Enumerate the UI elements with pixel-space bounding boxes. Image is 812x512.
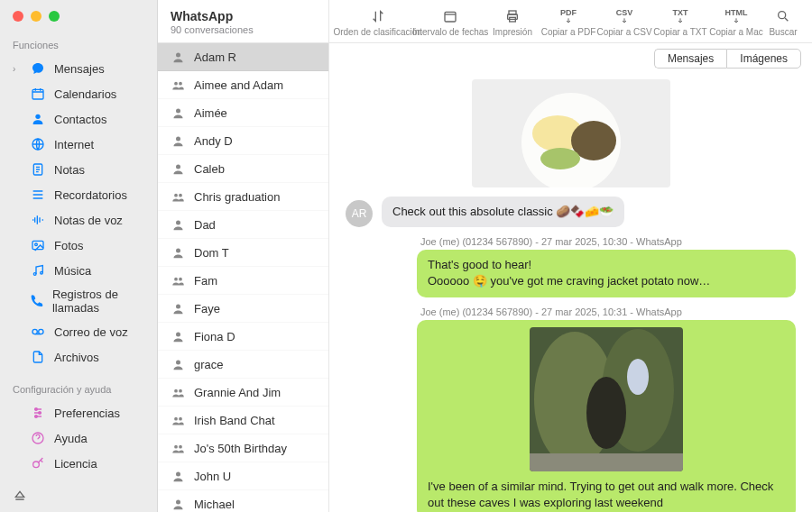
contacts-icon [30,111,46,127]
sidebar-item-contacts[interactable]: Contactos [0,106,157,132]
sidebar-item-label: Fotos [54,239,84,252]
svg-rect-57 [530,453,683,471]
sidebar-item-label: Notas [54,163,85,177]
eject-button[interactable] [0,480,157,512]
txt-icon: TXT [673,7,688,25]
copy-csv-button[interactable]: CSV Copiar a CSV [597,5,651,39]
group-icon [171,385,185,399]
calendar-range-icon [443,7,457,25]
files-icon [30,349,46,365]
conversation-item[interactable]: Jo's 50th Birthday [158,434,328,462]
chat-message-row: Joe (me) (01234 567890) - 27 mar 2025, 1… [346,306,796,512]
svg-point-36 [176,471,180,476]
sidebar-item-call-logs[interactable]: Registros de llamadas [0,283,157,319]
conversation-name: Michael [194,498,235,511]
sort-button[interactable]: Orden de clasificación [340,5,415,39]
conversation-item[interactable]: Caleb [158,155,328,183]
svg-point-5 [35,243,38,246]
copy-pdf-button[interactable]: PDF Copiar a PDF [541,5,595,39]
sidebar-item-voicemail[interactable]: Correo de voz [0,319,157,344]
chat-bubble-text: I've been of a similar mind. Trying to g… [428,480,773,509]
svg-point-55 [586,377,626,449]
conversation-item[interactable]: Aimée [158,99,328,127]
svg-point-8 [32,329,37,334]
html-icon: HTML [725,7,748,25]
sidebar-item-notes[interactable]: Notas [0,157,157,182]
window-controls [0,0,157,36]
conversation-item[interactable]: Dom T [158,239,328,267]
conversation-name: Dad [194,218,216,232]
conversation-name: Andy D [194,134,233,148]
music-icon [30,262,46,279]
svg-point-26 [179,277,182,280]
search-button[interactable]: Buscar [765,5,801,39]
date-range-button[interactable]: Intervalo de fechas [417,5,484,39]
svg-rect-0 [32,89,43,99]
conversation-name: Fiona D [194,330,235,343]
conversation-name: Caleb [194,162,225,176]
conversation-item[interactable]: grace [158,351,328,379]
chat-bubble: Check out this absolute classic 🥔🍫🧀🥗 [382,197,624,227]
conversation-item[interactable]: Grannie And Jim [158,379,328,407]
maximize-window-button[interactable] [49,11,60,22]
sidebar-item-messages[interactable]: › Mensajes [0,56,157,81]
tab-messages[interactable]: Mensajes [654,49,726,69]
close-window-button[interactable] [13,11,23,22]
chat-bubble: I've been of a similar mind. Trying to g… [417,320,796,512]
conversation-column: WhatsApp 90 conversaciones Adam RAimee a… [158,0,329,512]
conversation-item[interactable]: John U [158,462,328,490]
sidebar-item-internet[interactable]: Internet [0,132,157,157]
sidebar-item-label: Preferencias [54,407,120,420]
calendar-icon [30,86,46,102]
csv-icon: CSV [616,7,633,25]
sidebar-item-help[interactable]: Ayuda [0,425,157,451]
sidebar-item-files[interactable]: Archivos [0,344,157,370]
conversation-list[interactable]: Adam RAimee and AdamAiméeAndy DCalebChri… [158,43,328,512]
globe-icon [30,136,46,152]
conversation-item[interactable]: Fiona D [158,323,328,351]
sidebar-item-calendars[interactable]: Calendarios [0,81,157,106]
svg-point-6 [33,273,36,276]
svg-point-23 [176,220,180,224]
sidebar-item-preferences[interactable]: Preferencias [0,400,157,425]
sidebar-item-voice-notes[interactable]: Notas de voz [0,207,157,233]
conversation-name: Dom T [194,246,229,260]
sidebar-item-license[interactable]: Licencia [0,451,157,476]
copy-txt-label: Copiar a TXT [653,27,706,37]
sidebar-item-label: Mensajes [54,62,105,76]
person-icon [171,497,185,511]
copy-html-button[interactable]: HTML Copiar a Mac [709,5,763,39]
chat-image[interactable] [428,327,785,471]
conversation-name: Chris graduation [194,190,280,204]
sidebar-item-reminders[interactable]: Recordatorios [0,182,157,207]
person-icon [171,50,185,64]
svg-point-46 [779,12,786,19]
svg-point-11 [39,412,42,415]
sidebar-item-music[interactable]: Música [0,258,157,283]
tab-images[interactable]: Imágenes [726,49,801,69]
search-icon [776,7,790,25]
conversation-item[interactable]: Fam [158,267,328,295]
svg-point-22 [179,193,182,197]
conversation-item[interactable]: Michael [158,490,328,512]
conversation-item[interactable]: Irish Band Chat [158,407,328,434]
person-icon [171,245,185,260]
svg-point-30 [174,389,178,392]
copy-txt-button[interactable]: TXT Copiar a TXT [653,5,707,39]
conversation-item[interactable]: Chris graduation [158,183,328,211]
minimize-window-button[interactable] [31,11,42,22]
chat-scroll-area[interactable]: AR Check out this absolute classic 🥔🍫🧀🥗 … [329,74,812,512]
conversation-item[interactable]: Andy D [158,127,328,155]
conversation-item[interactable]: Faye [158,295,328,323]
sidebar-item-photos[interactable]: Fotos [0,233,157,258]
svg-point-27 [176,304,180,308]
conversation-item[interactable]: Aimee and Adam [158,71,328,99]
svg-point-20 [176,164,180,169]
conversation-item[interactable]: Adam R [158,43,328,71]
conversation-item[interactable]: Dad [158,211,328,239]
copy-csv-label: Copiar a CSV [596,27,651,37]
print-button[interactable]: Impresión [485,5,540,39]
chat-message-row: Joe (me) (01234 567890) - 27 mar 2025, 1… [346,236,796,297]
chat-image[interactable] [346,79,796,187]
group-icon [171,78,185,92]
